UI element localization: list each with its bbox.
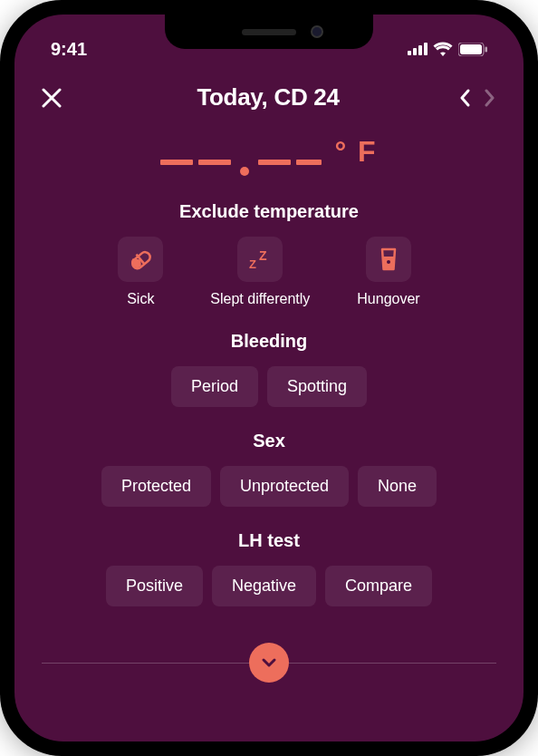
exclude-temperature-section: Exclude temperature Sick ZZ Slept differ…	[14, 185, 524, 315]
signal-icon	[408, 43, 428, 55]
chevron-right-icon	[484, 88, 496, 108]
lh-test-section: LH test Positive Negative Compare	[14, 514, 524, 614]
option-spotting[interactable]: Spotting	[267, 366, 367, 407]
temp-digit-placeholder	[258, 160, 291, 165]
page-title: Today, CD 24	[197, 83, 339, 111]
svg-rect-2	[418, 45, 422, 55]
close-button[interactable]	[42, 88, 78, 108]
temp-digit-placeholder	[296, 160, 322, 165]
option-period[interactable]: Period	[171, 366, 258, 407]
prev-day-button[interactable]	[458, 88, 471, 108]
status-indicators	[408, 42, 487, 56]
svg-rect-0	[408, 51, 411, 55]
bleeding-section: Bleeding Period Spotting	[14, 315, 524, 414]
device-notch	[165, 15, 373, 49]
section-title-bleeding: Bleeding	[42, 331, 496, 352]
chevron-left-icon	[458, 88, 471, 108]
close-icon	[42, 88, 62, 108]
scroll-down-button[interactable]	[249, 643, 289, 683]
option-slept-differently[interactable]: ZZ Slept differently	[210, 237, 310, 307]
glass-icon	[378, 247, 399, 272]
phone-frame: 9:41 Today, CD 24	[0, 0, 538, 756]
option-hungover[interactable]: Hungover	[357, 237, 419, 307]
app-screen: 9:41 Today, CD 24	[14, 15, 524, 741]
header: Today, CD 24	[14, 65, 524, 122]
scroll-indicator	[14, 635, 524, 690]
option-sick[interactable]: Sick	[118, 237, 163, 307]
date-nav	[458, 88, 496, 108]
section-title-sex: Sex	[42, 431, 496, 451]
pill-icon	[128, 247, 153, 272]
option-compare[interactable]: Compare	[325, 566, 432, 606]
next-day-button[interactable]	[484, 88, 496, 108]
section-title-exclude: Exclude temperature	[42, 201, 496, 222]
sleep-icon: ZZ	[246, 248, 274, 270]
battery-icon	[458, 43, 487, 56]
option-none[interactable]: None	[358, 466, 437, 507]
status-time: 9:41	[51, 39, 87, 60]
wifi-icon	[433, 42, 453, 56]
svg-rect-3	[424, 43, 428, 55]
svg-text:Z: Z	[249, 257, 256, 270]
option-label: Slept differently	[210, 291, 310, 307]
front-camera	[311, 25, 323, 38]
section-title-lh: LH test	[42, 530, 496, 551]
speaker	[242, 29, 296, 35]
svg-rect-6	[485, 46, 488, 52]
option-label: Sick	[127, 291, 154, 307]
svg-rect-5	[460, 44, 482, 54]
option-negative[interactable]: Negative	[212, 566, 316, 606]
temperature-unit: ° F	[334, 135, 377, 169]
option-protected[interactable]: Protected	[101, 466, 211, 507]
option-unprotected[interactable]: Unprotected	[220, 466, 349, 507]
temp-digit-placeholder	[198, 160, 231, 165]
svg-text:Z: Z	[259, 248, 267, 263]
svg-point-10	[387, 260, 390, 264]
temp-decimal-point	[240, 167, 249, 176]
svg-rect-1	[413, 48, 417, 55]
temp-digit-placeholder	[160, 160, 193, 165]
temperature-input[interactable]: ° F	[14, 122, 524, 185]
sex-section: Sex Protected Unprotected None	[14, 414, 524, 514]
option-label: Hungover	[357, 291, 419, 307]
chevron-down-icon	[261, 657, 277, 668]
option-positive[interactable]: Positive	[106, 566, 203, 606]
